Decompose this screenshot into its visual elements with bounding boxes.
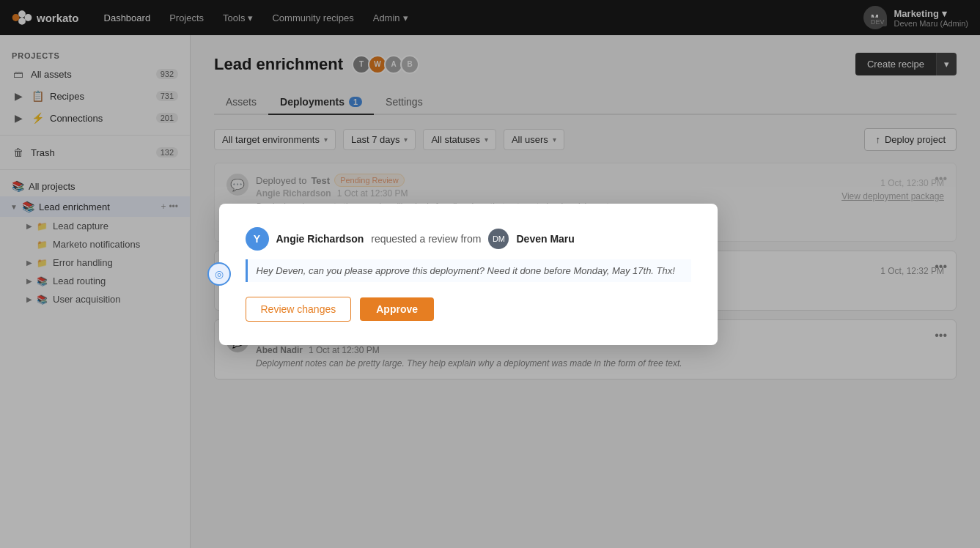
- review-modal: ◎ Y Angie Richardson requested a review …: [219, 204, 718, 345]
- layout: PROJECTS 🗃 All assets 932 ▶ 📋 Recipes 73…: [0, 35, 980, 548]
- modal-avatar-angie: Y: [246, 227, 269, 251]
- modal-overlay[interactable]: ◎ Y Angie Richardson requested a review …: [191, 35, 980, 548]
- main-content: Lead enrichment T W A B Create recipe ▾ …: [191, 35, 980, 548]
- modal-buttons: Review changes Approve: [246, 297, 691, 322]
- approve-button[interactable]: Approve: [360, 297, 434, 321]
- review-icon: ◎: [207, 262, 231, 286]
- review-changes-button[interactable]: Review changes: [246, 297, 352, 322]
- modal-reviewer: Deven Maru: [516, 233, 574, 245]
- modal-requester: Angie Richardson: [276, 233, 364, 245]
- modal-avatar-deven: DM: [488, 229, 509, 249]
- modal-action-text: requested a review from: [371, 233, 481, 245]
- modal-message: Hey Deven, can you please approve this d…: [246, 259, 691, 282]
- modal-header: Y Angie Richardson requested a review fr…: [246, 227, 691, 251]
